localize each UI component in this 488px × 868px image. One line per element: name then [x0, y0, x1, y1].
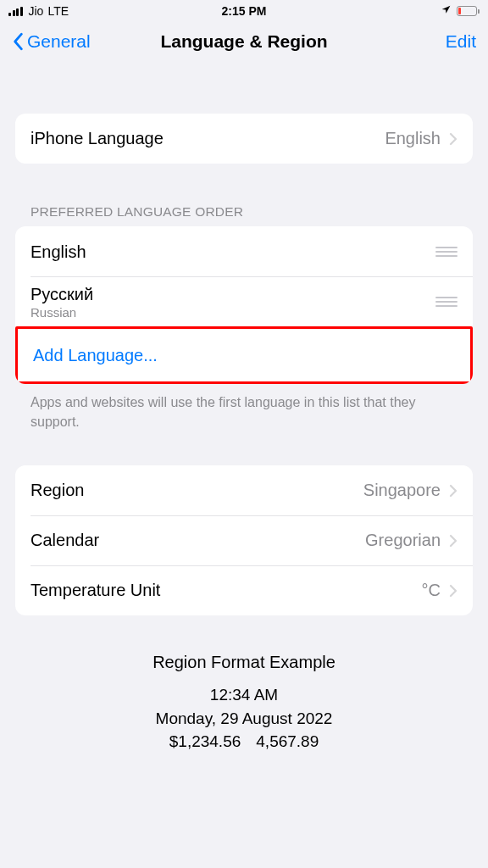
battery-icon — [457, 6, 480, 16]
row-label: Region — [30, 481, 84, 500]
example-time: 12:34 AM — [15, 683, 473, 707]
row-label: Calendar — [30, 531, 99, 550]
back-label: General — [27, 31, 91, 52]
language-item-english[interactable]: English — [15, 226, 473, 276]
example-title: Region Format Example — [15, 653, 473, 672]
chevron-right-icon — [449, 584, 458, 598]
drag-handle-icon[interactable] — [435, 247, 461, 257]
status-bar: Jio LTE 2:15 PM — [0, 0, 488, 20]
row-value: °C — [422, 581, 441, 600]
preferred-header: PREFERRED LANGUAGE ORDER — [15, 204, 473, 226]
row-label: iPhone Language — [30, 129, 164, 148]
row-value: Gregorian — [365, 531, 441, 550]
drag-handle-icon[interactable] — [435, 297, 461, 307]
chevron-right-icon — [449, 484, 458, 498]
edit-button[interactable]: Edit — [446, 31, 476, 52]
add-language-label: Add Language... — [33, 346, 158, 365]
chevron-right-icon — [449, 132, 458, 146]
page-title: Language & Region — [160, 31, 327, 52]
row-value: Singapore — [363, 481, 441, 500]
row-label: Temperature Unit — [30, 581, 160, 600]
status-left: Jio LTE — [8, 4, 69, 18]
iphone-language-card: iPhone Language English — [15, 114, 473, 164]
example-money: $1,234.56 — [169, 730, 241, 754]
language-sub: Russian — [30, 305, 93, 320]
nav-bar: General Language & Region Edit — [0, 20, 488, 63]
signal-icon — [8, 7, 23, 16]
language-item-russian[interactable]: Русский Russian — [15, 276, 473, 326]
add-language-row[interactable]: Add Language... — [18, 329, 470, 381]
location-icon — [441, 4, 452, 18]
language-native: English — [30, 242, 86, 262]
region-row[interactable]: Region Singapore — [15, 465, 473, 515]
chevron-left-icon — [12, 32, 24, 51]
temperature-row[interactable]: Temperature Unit °C — [15, 565, 473, 615]
status-right — [441, 4, 480, 18]
status-time: 2:15 PM — [222, 4, 267, 18]
chevron-right-icon — [449, 534, 458, 548]
region-format-example: Region Format Example 12:34 AM Monday, 2… — [15, 653, 473, 754]
carrier-label: Jio — [29, 4, 44, 18]
example-date: Monday, 29 August 2022 — [15, 707, 473, 731]
preferred-footer: Apps and websites will use the first lan… — [15, 384, 473, 431]
network-type: LTE — [47, 4, 69, 18]
highlight-box: Add Language... — [15, 326, 473, 384]
region-settings-card: Region Singapore Calendar Gregorian Temp… — [15, 465, 473, 615]
example-number: 4,567.89 — [256, 730, 319, 754]
language-native: Русский — [30, 284, 93, 304]
iphone-language-row[interactable]: iPhone Language English — [15, 114, 473, 164]
row-value: English — [385, 129, 441, 148]
calendar-row[interactable]: Calendar Gregorian — [15, 515, 473, 565]
preferred-language-card: English Русский Russian Add Language... — [15, 226, 473, 384]
back-button[interactable]: General — [12, 31, 91, 52]
